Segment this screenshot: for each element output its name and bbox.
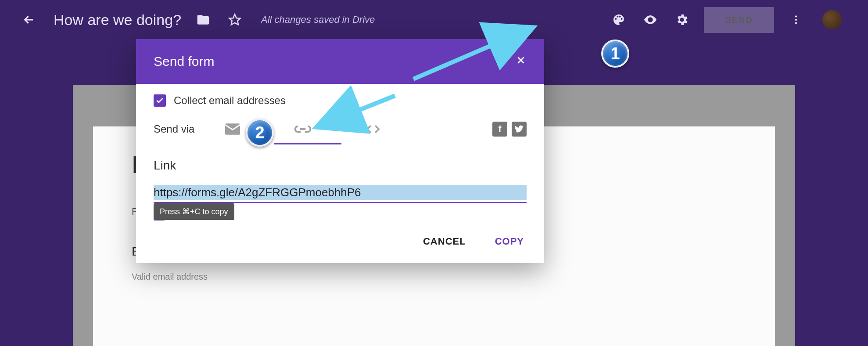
link-input-wrap — [154, 185, 527, 203]
cancel-button[interactable]: CANCEL — [420, 232, 469, 251]
twitter-share-icon[interactable] — [512, 122, 527, 137]
collect-emails-label: Collect email addresses — [174, 94, 286, 107]
dialog-header: Send form — [136, 39, 544, 84]
account-avatar[interactable] — [822, 10, 842, 29]
close-icon[interactable] — [515, 54, 527, 69]
collect-emails-checkbox[interactable] — [154, 94, 166, 107]
send-via-link-icon[interactable] — [294, 122, 312, 136]
collect-emails-row: Collect email addresses — [154, 94, 527, 107]
svg-point-4 — [795, 22, 797, 24]
svg-point-1 — [649, 18, 652, 21]
back-arrow-icon[interactable] — [19, 10, 39, 29]
send-via-row: Send via f — [154, 122, 527, 137]
send-via-tabs: f — [224, 122, 527, 137]
send-via-embed-icon[interactable] — [364, 122, 382, 136]
app-bar: How are we doing? All changes saved in D… — [0, 0, 868, 40]
folder-icon[interactable] — [194, 10, 213, 29]
email-hint: Valid email address — [132, 272, 736, 282]
preview-eye-icon[interactable] — [641, 10, 660, 29]
link-section-label: Link — [154, 159, 527, 173]
form-title[interactable]: How are we doing? — [54, 11, 181, 29]
dialog-title: Send form — [154, 54, 214, 69]
copy-button[interactable]: COPY — [492, 232, 527, 251]
link-url-input[interactable] — [154, 185, 527, 200]
save-status: All changes saved in Drive — [261, 14, 375, 25]
active-tab-underline — [274, 143, 341, 144]
facebook-share-icon[interactable]: f — [492, 122, 507, 137]
send-button[interactable]: SEND — [704, 7, 774, 33]
svg-point-3 — [795, 19, 797, 21]
settings-gear-icon[interactable] — [672, 10, 692, 29]
social-share: f — [492, 122, 527, 137]
palette-icon[interactable] — [609, 10, 628, 29]
svg-point-2 — [795, 15, 797, 17]
annotation-badge-1: 1 — [601, 40, 629, 68]
svg-marker-0 — [230, 14, 240, 25]
star-icon[interactable] — [225, 10, 244, 29]
send-form-dialog: Send form Collect email addresses Send v… — [136, 39, 544, 263]
send-via-label: Send via — [154, 123, 219, 135]
more-vert-icon[interactable] — [786, 10, 806, 29]
send-via-email-icon[interactable] — [224, 122, 241, 136]
dialog-actions: CANCEL COPY — [154, 232, 527, 251]
copy-tooltip: Press ⌘+C to copy — [154, 203, 234, 220]
